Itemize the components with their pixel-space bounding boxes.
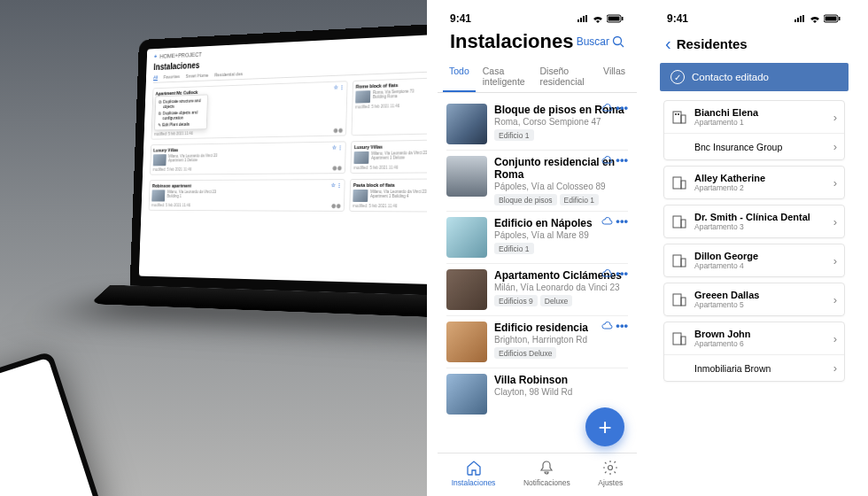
search-button[interactable]: Buscar — [577, 35, 624, 48]
svg-rect-7 — [825, 17, 837, 21]
apartment-icon — [671, 291, 687, 307]
svg-rect-11 — [675, 113, 677, 115]
laptop-prop: + HOME+PROJECT Instalaciones All Favorit… — [128, 15, 427, 378]
more-icon[interactable]: ••• — [616, 320, 628, 331]
tag-chip: Edificios 9 — [494, 295, 538, 306]
resident-name: Bianchi Elena — [694, 107, 826, 118]
more-icon[interactable]: ••• — [616, 102, 628, 113]
svg-rect-13 — [673, 177, 681, 189]
chevron-right-icon: › — [833, 361, 837, 375]
svg-rect-9 — [673, 112, 681, 123]
svg-rect-18 — [681, 259, 686, 267]
chevron-right-icon: › — [833, 111, 837, 124]
chevron-right-icon: › — [833, 215, 837, 229]
page-title: Instalaciones — [450, 30, 573, 53]
tab-villas[interactable]: Villas — [597, 60, 632, 92]
resident-sublink[interactable]: Inmobiliaria Brown› — [664, 354, 844, 381]
svg-rect-20 — [681, 298, 686, 306]
laptop-card: Luxury Villas☆ ⋮ Milano, Via Leonardo da… — [150, 141, 346, 174]
svg-rect-21 — [673, 333, 681, 345]
list-item[interactable]: Conjunto residencial en Roma Pápoles, Ví… — [446, 151, 628, 212]
context-menu: ⧉Duplicate structure and objects ⧉Duplic… — [154, 94, 208, 130]
tabbar-ajustes[interactable]: Ajustes — [598, 459, 623, 487]
tag-chip: Edificio 1 — [494, 129, 534, 141]
item-thumbnail — [446, 269, 487, 310]
laptop-card: Apartment Mc Cullock☆ ⋮ ⧉Duplicate struc… — [151, 81, 348, 139]
apartment-icon — [671, 174, 687, 190]
tag-chip: Edificios Deluxe — [494, 347, 556, 359]
svg-rect-8 — [839, 17, 841, 20]
chevron-right-icon: › — [833, 254, 837, 267]
item-thumbnail — [446, 217, 487, 258]
more-icon[interactable]: ••• — [616, 267, 628, 279]
item-thumbnail — [446, 322, 487, 362]
resident-card[interactable]: Greeen DallasApartamento 5 › — [663, 283, 845, 316]
back-header[interactable]: ‹ Residentes — [655, 30, 854, 63]
laptop-card: Rome block of flats★ ⋮ Roma, Via Sempion… — [352, 73, 427, 136]
laptop-brand: HOME+PROJECT — [159, 51, 202, 59]
search-icon — [612, 35, 624, 48]
tag-chip: Deluxe — [540, 295, 572, 306]
svg-rect-14 — [681, 181, 686, 189]
item-thumbnail — [446, 104, 487, 144]
cloud-icon — [601, 217, 613, 226]
phone-prop-screen: Instalaciones — [0, 358, 97, 496]
more-icon[interactable]: ••• — [616, 215, 628, 227]
tab-todo[interactable]: Todo — [443, 60, 476, 92]
more-icon[interactable]: ••• — [616, 154, 628, 166]
check-circle-icon: ✓ — [670, 70, 685, 84]
resident-card[interactable]: Bianchi ElenaApartamento 1 › Bnc Insuran… — [663, 100, 845, 160]
laptop-card: Luxury Villas☆ ⋮ Milano, Via Leonardo da… — [350, 137, 427, 174]
list-item[interactable]: Edificio en Nápoles Pápoles, Vía al Mare… — [446, 212, 628, 264]
add-button[interactable]: + — [585, 407, 624, 446]
plus-icon: + — [598, 414, 611, 441]
bell-icon — [538, 459, 555, 477]
cloud-icon — [601, 269, 613, 278]
toast-message: Contacto editado — [692, 72, 769, 82]
status-time: 9:41 — [667, 12, 688, 25]
resident-sublink[interactable]: Bnc Insurance Group› — [664, 133, 844, 159]
list-item[interactable]: Bloque de pisos en Roma Roma, Corso Semp… — [446, 98, 628, 151]
tab-casa[interactable]: Casa inteligente — [477, 60, 533, 92]
tabbar-instalaciones[interactable]: Instalaciones — [452, 459, 496, 487]
item-thumbnail — [446, 156, 487, 197]
resident-card[interactable]: Alley KatherineApartamento 2 › — [663, 166, 845, 199]
item-subtitle: Roma, Corso Sempione 47 — [494, 117, 628, 127]
resident-apt: Apartamento 6 — [694, 339, 826, 348]
item-thumbnail — [446, 374, 487, 415]
tabbar-notificaciones[interactable]: Notificaciones — [523, 459, 570, 487]
chevron-right-icon: › — [833, 332, 837, 345]
hero-photo: Instalaciones + HOME+PROJECT Instalacion… — [0, 0, 427, 496]
cloud-icon — [601, 104, 613, 112]
phone-screen-instalaciones: 9:41 Instalaciones Buscar Todo Casa inte… — [438, 0, 637, 496]
cloud-icon — [601, 156, 613, 165]
resident-apt: Apartamento 4 — [694, 261, 826, 270]
status-bar: 9:41 — [655, 0, 854, 30]
apartment-icon — [671, 330, 687, 346]
list-item[interactable]: Apartamento Ciclámenes Milán, Vía Leonar… — [446, 264, 628, 316]
status-time: 9:41 — [450, 12, 471, 25]
resident-apt: Apartamento 1 — [694, 118, 826, 127]
svg-rect-17 — [673, 255, 681, 267]
svg-rect-12 — [678, 113, 679, 115]
tag-chip: Edificio 1 — [560, 194, 600, 205]
apartment-icon — [671, 213, 687, 229]
resident-card[interactable]: Brown JohnApartamento 6 › Inmobiliaria B… — [663, 322, 845, 382]
resident-name: Dr. Smith - Clínica Dental — [694, 212, 826, 222]
resident-card[interactable]: Dr. Smith - Clínica DentalApartamento 3 … — [663, 205, 845, 238]
svg-rect-2 — [622, 17, 624, 20]
svg-point-5 — [608, 466, 613, 470]
phone-prop: Instalaciones — [0, 351, 103, 496]
list-item[interactable]: Edificio residencia Brighton, Harrington… — [446, 316, 628, 368]
apartment-icon — [671, 109, 687, 125]
tag-chip: Bloque de pisos — [494, 194, 557, 205]
svg-rect-16 — [681, 220, 686, 228]
residents-list: Bianchi ElenaApartamento 1 › Bnc Insuran… — [655, 91, 854, 382]
chevron-right-icon: › — [833, 176, 837, 190]
svg-point-3 — [614, 37, 622, 45]
tab-bar: Instalaciones Notificaciones Ajustes — [438, 453, 637, 496]
resident-apt: Apartamento 5 — [694, 300, 826, 309]
resident-card[interactable]: Dillon GeorgeApartamento 4 › — [663, 244, 845, 277]
item-subtitle: Clayton, 98 Wild Rd — [494, 387, 628, 397]
tab-diseno[interactable]: Diseño residencial — [533, 60, 596, 92]
